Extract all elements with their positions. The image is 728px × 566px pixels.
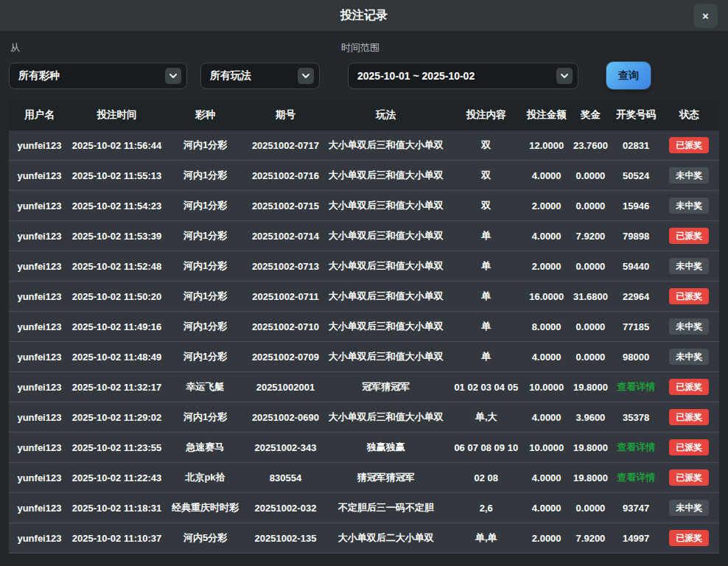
column-header: 用户名 [9,108,70,122]
cell-bet-time: 2025-10-02 11:23:55 [70,442,164,453]
cell-username: yunfei123 [9,533,70,544]
cell-play-type: 大小单双后三和值大小单双 [324,199,448,212]
table-row: yunfei123 2025-10-02 11:48:49 河内1分彩 2025… [9,342,719,372]
filter-controls: 所有彩种 所有玩法 2025-10-01 ~ 2025-10-02 查询 [9,62,719,89]
cell-issue-number: 20251002-0710 [247,321,324,332]
cell-play-type: 大小单双后二大小单双 [324,531,448,545]
table-row: yunfei123 2025-10-02 11:55:13 河内1分彩 2025… [9,161,719,191]
cell-bet-amount: 2.0000 [525,533,569,544]
cell-prize: 0.0000 [569,321,613,332]
cell-bet-time: 2025-10-02 11:53:39 [70,231,164,242]
cell-bet-amount: 10.0000 [525,382,569,393]
table-row: yunfei123 2025-10-02 11:29:02 河内1分彩 2025… [9,402,719,433]
cell-issue-number: 830554 [247,472,324,483]
cell-status: 已派奖 [659,288,719,304]
cell-draw-number: 79898 [612,231,659,242]
cell-bet-content: 01 02 03 04 05 [448,382,525,393]
cell-lottery-type: 河内1分彩 [164,259,247,273]
close-icon: × [702,10,709,21]
cell-issue-number: 20251002-032 [247,503,324,514]
cell-bet-content: 单 [448,259,525,273]
cell-issue-number: 20251002-343 [247,442,324,453]
status-badge: 未中奖 [669,258,709,274]
cell-username: yunfei123 [9,412,70,423]
cell-username: yunfei123 [9,442,70,453]
column-header: 开奖号码 [612,108,659,122]
table-row: yunfei123 2025-10-02 11:54:23 河内1分彩 2025… [9,191,719,221]
cell-bet-time: 2025-10-02 11:54:23 [70,200,164,212]
cell-status: 已派奖 [659,228,719,244]
cell-lottery-type: 河内1分彩 [164,350,247,363]
cell-prize: 0.0000 [569,261,613,272]
cell-prize: 19.8000 [569,472,613,483]
lottery-type-select[interactable]: 所有彩种 [9,63,187,89]
table-row: yunfei123 2025-10-02 11:56:44 河内1分彩 2025… [9,130,719,161]
table-row: yunfei123 2025-10-02 11:32:17 幸运飞艇 20251… [9,372,719,402]
cell-prize: 19.8000 [569,442,613,453]
cell-draw-number: 22964 [612,291,659,302]
cell-play-type: 大小单双后三和值大小单双 [324,320,448,333]
cell-bet-time: 2025-10-02 11:50:20 [70,291,164,302]
view-details-link[interactable]: 查看详情 [612,471,659,484]
time-range-select[interactable]: 2025-10-01 ~ 2025-10-02 [348,63,578,89]
cell-status: 已派奖 [659,530,719,546]
chevron-down-icon [556,68,573,84]
cell-draw-number: 15946 [612,200,659,212]
cell-draw-number: 35378 [612,412,659,423]
cell-bet-amount: 4.0000 [525,412,569,423]
view-details-link[interactable]: 查看详情 [612,441,659,454]
close-button[interactable]: × [693,4,718,28]
cell-username: yunfei123 [9,200,70,212]
cell-username: yunfei123 [9,140,70,151]
cell-bet-amount: 2.0000 [525,200,569,212]
cell-status: 未中奖 [659,500,719,516]
cell-username: yunfei123 [9,472,70,483]
cell-play-type: 大小单双后三和值大小单双 [324,139,448,152]
cell-status: 未中奖 [659,318,719,335]
cell-draw-number: 02831 [612,140,659,151]
cell-bet-content: 2,6 [448,503,525,514]
cell-bet-time: 2025-10-02 11:56:44 [70,140,164,151]
play-type-select[interactable]: 所有玩法 [200,63,320,89]
cell-prize: 0.0000 [569,170,613,181]
cell-play-type: 独赢独赢 [324,441,448,454]
cell-prize: 0.0000 [569,352,613,363]
cell-prize: 7.9200 [569,231,613,242]
cell-prize: 19.8000 [569,382,613,393]
cell-issue-number: 20251002-0690 [247,412,324,423]
cell-bet-time: 2025-10-02 11:22:43 [70,472,164,483]
cell-status: 未中奖 [659,258,719,274]
cell-bet-time: 2025-10-02 11:29:02 [70,412,164,423]
cell-bet-time: 2025-10-02 11:10:37 [70,533,164,544]
cell-username: yunfei123 [9,170,70,181]
cell-bet-content: 单,单 [448,531,525,545]
cell-bet-content: 双 [448,169,525,182]
cell-bet-amount: 4.0000 [525,170,569,181]
cell-bet-content: 06 07 08 09 10 [448,442,525,453]
query-button[interactable]: 查询 [606,62,651,89]
status-badge: 未中奖 [669,318,709,335]
view-details-link[interactable]: 查看详情 [612,380,659,394]
cell-issue-number: 20251002001 [247,382,324,393]
time-range-label: 时间范围 [341,41,379,55]
cell-bet-time: 2025-10-02 11:48:49 [70,352,164,363]
cell-lottery-type: 河内5分彩 [164,531,247,545]
cell-lottery-type: 幸运飞艇 [164,380,247,394]
cell-bet-content: 单 [448,350,525,363]
table-body: yunfei123 2025-10-02 11:56:44 河内1分彩 2025… [9,130,719,553]
status-badge: 已派奖 [669,379,709,395]
status-badge: 未中奖 [669,167,709,184]
cell-draw-number: 98000 [612,352,659,363]
cell-play-type: 大小单双后三和值大小单双 [324,169,448,182]
cell-bet-time: 2025-10-02 11:55:13 [70,170,164,181]
table-row: yunfei123 2025-10-02 11:23:55 急速赛马 20251… [9,433,719,463]
cell-bet-time: 2025-10-02 11:18:31 [70,503,164,514]
lottery-type-select-value: 所有彩种 [18,69,60,83]
cell-lottery-type: 河内1分彩 [164,139,247,152]
cell-issue-number: 20251002-0716 [247,170,324,181]
cell-username: yunfei123 [9,382,70,393]
cell-username: yunfei123 [9,352,70,363]
status-badge: 已派奖 [669,137,709,153]
cell-issue-number: 20251002-0709 [247,352,324,363]
cell-bet-time: 2025-10-02 11:52:48 [70,261,164,272]
